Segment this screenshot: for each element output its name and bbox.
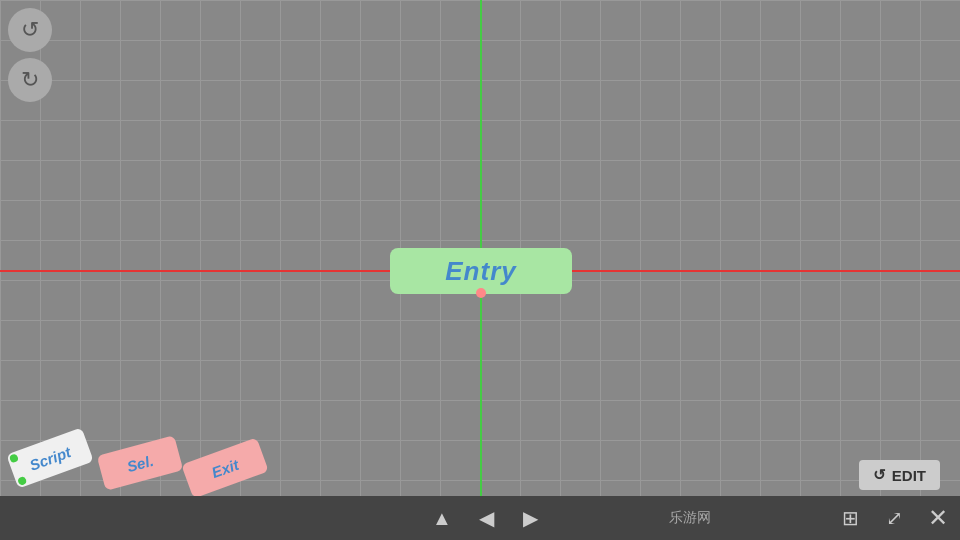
redo-button[interactable]: ↻	[8, 58, 52, 102]
green-dot-2	[17, 476, 27, 486]
undo-redo-controls: ↺ ↻	[8, 8, 52, 102]
toolbar-left-button[interactable]: ◀	[464, 496, 508, 540]
entry-node-label: Entry	[445, 256, 516, 287]
maximize-icon: ⤢	[886, 506, 903, 530]
toolbar-center-label: 乐游网	[669, 509, 711, 527]
close-icon: ✕	[928, 504, 948, 532]
toolbar-maximize-button[interactable]: ⤢	[872, 496, 916, 540]
toolbar-up-button[interactable]: ▲	[420, 496, 464, 540]
entry-node[interactable]: Entry	[390, 248, 572, 294]
toolbar-grid-button[interactable]: ⊞	[828, 496, 872, 540]
canvas-area[interactable]: Entry ↺ ↻	[0, 0, 960, 500]
bottom-toolbar: ▲ ◀ ▶ 乐游网 ⊞ ⤢ ✕	[0, 496, 960, 540]
edit-icon: ↺	[873, 466, 886, 484]
green-dot-1	[9, 453, 19, 463]
edit-button[interactable]: ↺ EDIT	[859, 460, 940, 490]
left-arrow-icon: ◀	[479, 506, 494, 530]
right-arrow-icon: ▶	[523, 506, 538, 530]
up-arrow-icon: ▲	[432, 507, 452, 530]
toolbar-right-button[interactable]: ▶	[508, 496, 552, 540]
toolbar-close-button[interactable]: ✕	[916, 496, 960, 540]
grid-icon: ⊞	[842, 506, 859, 530]
bottom-bar: ▲ ◀ ▶ 乐游网 ⊞ ⤢ ✕	[0, 496, 960, 540]
undo-button[interactable]: ↺	[8, 8, 52, 52]
